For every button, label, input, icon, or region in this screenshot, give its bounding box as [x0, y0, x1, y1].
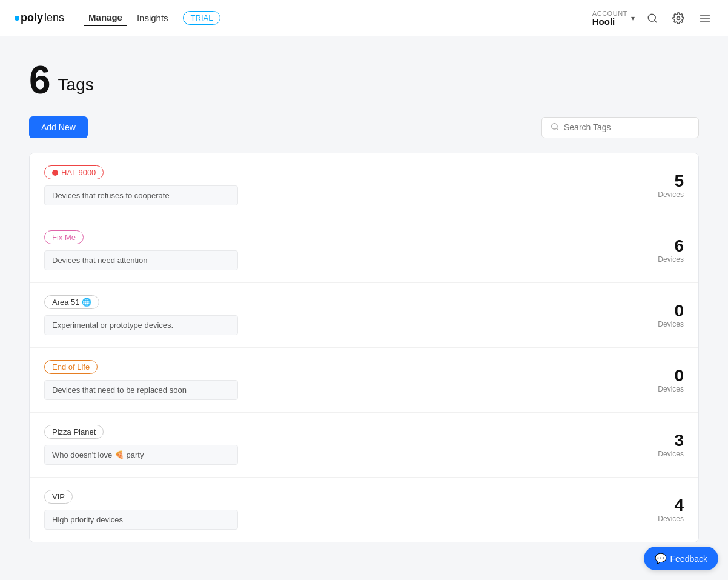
feedback-icon: 💬 [655, 553, 667, 564]
tag-info: VIP High priority devices [44, 490, 635, 530]
main-nav: Manage Insights TRIAL [84, 10, 592, 26]
devices-count: 3 [635, 432, 684, 450]
tag-item[interactable]: Fix Me Devices that need attention 6 Dev… [30, 218, 698, 283]
tag-badge-vip[interactable]: VIP [44, 490, 73, 504]
tag-devices: 0 Devices [635, 302, 684, 329]
tag-info: Fix Me Devices that need attention [44, 230, 635, 270]
tag-name: End of Life [52, 362, 90, 372]
svg-point-2 [677, 16, 680, 19]
search-button[interactable] [644, 10, 660, 26]
tag-devices: 0 Devices [635, 367, 684, 394]
devices-count: 0 [635, 302, 684, 321]
logo-poly: poly [21, 12, 43, 24]
devices-label: Devices [635, 515, 684, 523]
tag-info: Area 51 🌐 Experimental or prototype devi… [44, 295, 635, 335]
tag-name: HAL 9000 [61, 168, 96, 177]
toolbar: Add New [29, 116, 699, 138]
account-text: ACCOUNT Hooli [592, 10, 627, 26]
devices-label: Devices [635, 255, 684, 264]
tag-badge-pizzaplanet[interactable]: Pizza Planet [44, 425, 104, 439]
header: poly lens Manage Insights TRIAL ACCOUNT … [0, 0, 728, 36]
devices-label: Devices [635, 450, 684, 458]
tag-item[interactable]: End of Life Devices that need to be repl… [30, 348, 698, 413]
devices-label: Devices [635, 385, 684, 393]
svg-line-1 [654, 20, 656, 22]
devices-count: 6 [635, 237, 684, 256]
tag-name: VIP [52, 492, 65, 501]
account-label: ACCOUNT [592, 10, 627, 17]
tag-badge-endoflife[interactable]: End of Life [44, 360, 98, 374]
logo-lens: lens [44, 12, 64, 24]
devices-count: 5 [635, 172, 684, 191]
tag-name: Area 51 🌐 [52, 298, 91, 307]
tag-name: Fix Me [52, 233, 76, 242]
tag-description: Experimental or prototype devices. [44, 315, 238, 335]
tag-devices: 4 Devices [635, 496, 684, 524]
feedback-label: Feedback [670, 554, 707, 564]
tag-badge-fixme[interactable]: Fix Me [44, 230, 84, 244]
devices-count: 0 [635, 367, 684, 385]
tag-item[interactable]: Area 51 🌐 Experimental or prototype devi… [30, 283, 698, 348]
account-section[interactable]: ACCOUNT Hooli ▾ [592, 10, 635, 26]
account-name: Hooli [592, 17, 627, 26]
tag-item[interactable]: HAL 9000 Devices that refuses to coopera… [30, 153, 698, 218]
tag-description: Who doesn't love 🍕 party [44, 445, 238, 465]
feedback-button[interactable]: 💬 Feedback [644, 547, 718, 570]
tag-info: Pizza Planet Who doesn't love 🍕 party [44, 425, 635, 465]
tag-info: End of Life Devices that need to be repl… [44, 360, 635, 400]
tags-count: 6 [29, 61, 51, 99]
logo-dot [15, 16, 19, 21]
tag-item[interactable]: VIP High priority devices 4 Devices [30, 478, 698, 542]
devices-count: 4 [635, 496, 684, 515]
trial-badge: TRIAL [183, 11, 221, 25]
header-right: ACCOUNT Hooli ▾ [592, 10, 713, 27]
red-dot-icon [52, 170, 58, 176]
tag-devices: 5 Devices [635, 172, 684, 199]
tag-description: Devices that refuses to cooperate [44, 185, 238, 205]
nav-insights[interactable]: Insights [132, 10, 173, 25]
tag-devices: 3 Devices [635, 432, 684, 459]
main-content: 6 Tags Add New HAL 9000 Devices that [0, 36, 728, 567]
search-box [541, 117, 699, 138]
tag-item[interactable]: Pizza Planet Who doesn't love 🍕 party 3 … [30, 413, 698, 478]
logo[interactable]: poly lens [15, 12, 64, 24]
page-header: 6 Tags [29, 61, 699, 99]
search-tags-input[interactable] [564, 122, 690, 132]
tag-name: Pizza Planet [52, 427, 96, 436]
devices-label: Devices [635, 320, 684, 328]
svg-line-7 [557, 128, 558, 130]
menu-button[interactable] [697, 10, 713, 27]
tags-label: Tags [58, 75, 94, 99]
settings-button[interactable] [670, 10, 687, 27]
devices-label: Devices [635, 190, 684, 199]
add-new-button[interactable]: Add New [29, 116, 88, 138]
nav-manage[interactable]: Manage [84, 10, 127, 26]
tag-info: HAL 9000 Devices that refuses to coopera… [44, 165, 635, 205]
tag-description: High priority devices [44, 510, 238, 530]
chevron-down-icon: ▾ [631, 14, 635, 22]
tag-badge-area51[interactable]: Area 51 🌐 [44, 295, 99, 309]
tag-list: HAL 9000 Devices that refuses to coopera… [29, 153, 699, 542]
tag-badge-hal9000[interactable]: HAL 9000 [44, 165, 104, 179]
tag-description: Devices that need to be replaced soon [44, 380, 238, 400]
tag-description: Devices that need attention [44, 250, 238, 270]
search-icon [551, 122, 559, 133]
tag-devices: 6 Devices [635, 237, 684, 264]
